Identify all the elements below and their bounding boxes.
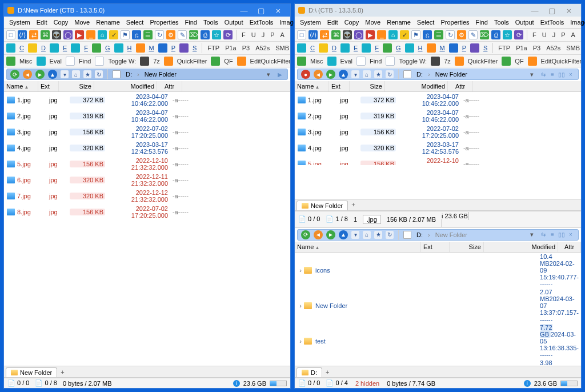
- location-a52s[interactable]: A52s: [254, 45, 271, 51]
- menu-move[interactable]: Move: [362, 18, 383, 27]
- col-modified[interactable]: Modified: [385, 81, 448, 91]
- tool-icon[interactable]: ✎: [178, 30, 187, 39]
- tool-icon[interactable]: □: [297, 30, 306, 39]
- tool-icon[interactable]: ⟳: [514, 30, 523, 39]
- menu-images[interactable]: Images: [567, 18, 585, 27]
- location-a52s[interactable]: A52s: [544, 45, 562, 51]
- file-row[interactable]: 6.jpgjpg320 KB2022-12-11 21:32:32.000-a-…: [4, 172, 290, 188]
- location-p1a[interactable]: P1a: [514, 45, 529, 51]
- tool-icon[interactable]: ↻: [155, 30, 164, 39]
- col-name[interactable]: Name: [295, 242, 421, 252]
- nav-ctx-icon[interactable]: ▾: [351, 70, 359, 78]
- filter-eval[interactable]: Eval: [339, 58, 354, 65]
- nav-home-icon[interactable]: ⌂: [363, 70, 371, 78]
- filter-icon[interactable]: [6, 57, 15, 66]
- tool-icon[interactable]: ◯: [354, 30, 363, 39]
- menu-edit[interactable]: Edit: [34, 18, 50, 27]
- tool-icon[interactable]: ◯: [63, 30, 73, 39]
- tool-icon[interactable]: ⎌: [423, 30, 432, 39]
- col-modified[interactable]: Modified: [94, 81, 157, 91]
- crumb-ghost[interactable]: New Folder: [435, 231, 467, 238]
- dir-row[interactable]: ›New Folder2.07 MB2024-03-07 13:37:07.15…: [295, 288, 581, 323]
- tool-icon[interactable]: ⇄: [29, 30, 38, 39]
- filter-icon[interactable]: [297, 57, 306, 66]
- filter-icon[interactable]: [37, 57, 46, 66]
- tool-icon[interactable]: ⎯: [377, 30, 386, 39]
- crumb-folder[interactable]: New Folder: [145, 71, 177, 78]
- location-ftp[interactable]: FTP: [496, 45, 512, 51]
- drive-icon[interactable]: [383, 43, 392, 53]
- menu-tools[interactable]: Tools: [491, 18, 512, 27]
- menu-system[interactable]: System: [6, 18, 33, 27]
- quick-letter[interactable]: V: [289, 31, 290, 38]
- tool-icon[interactable]: □: [6, 30, 15, 39]
- col-attr[interactable]: Attr: [157, 81, 182, 91]
- nav-fav-icon[interactable]: ★: [374, 70, 382, 78]
- nav-ctx-icon[interactable]: ▾: [351, 231, 359, 239]
- menu-exttools[interactable]: ExtTools: [247, 18, 277, 27]
- tool-icon[interactable]: ⚑: [121, 30, 130, 39]
- nav-history-icon[interactable]: ↻: [95, 70, 103, 78]
- drive-icon[interactable]: [50, 43, 59, 53]
- tool-icon[interactable]: ⎙: [491, 30, 500, 39]
- drive-letter[interactable]: H: [416, 45, 424, 51]
- nav-home-icon[interactable]: ⌂: [72, 70, 80, 78]
- filter-icon[interactable]: [431, 57, 440, 66]
- folder-tab[interactable]: New Folder: [6, 367, 57, 377]
- drive-letter[interactable]: C: [308, 45, 316, 51]
- tool-icon[interactable]: ⌘: [331, 30, 340, 39]
- add-tab-button[interactable]: +: [348, 200, 358, 209]
- address-bar[interactable]: ● ◄ ► ▲ ▾ ⌂ ★ ↻ D: › New Folder ▾ ⇆≡▯▯×: [297, 69, 579, 80]
- breadcrumb-dropdown-icon[interactable]: ▾: [530, 231, 534, 238]
- filter-misc[interactable]: Misc: [18, 58, 34, 65]
- menu-tools[interactable]: Tools: [201, 18, 221, 27]
- drive-icon[interactable]: [470, 43, 479, 53]
- filter-icon[interactable]: [356, 57, 366, 66]
- tool-icon[interactable]: ⚙: [166, 30, 175, 39]
- nav-up-icon[interactable]: ▲: [339, 230, 348, 239]
- tool-icon[interactable]: ⟨/⟩: [18, 30, 27, 39]
- tool-icon[interactable]: ⟳: [223, 30, 233, 39]
- menu-rename[interactable]: Rename: [384, 18, 414, 27]
- tool-icon[interactable]: ⎙: [201, 30, 210, 39]
- dualv-icon[interactable]: ▯▯: [558, 70, 566, 78]
- drive-icon[interactable]: [179, 43, 189, 53]
- col-modified[interactable]: Modified: [484, 242, 558, 252]
- nav-reload-icon[interactable]: ⟳: [301, 230, 310, 239]
- info-icon[interactable]: i: [233, 380, 240, 387]
- file-list[interactable]: 1.jpgjpg372 KB2023-04-07 10:46:22.000-a-…: [4, 92, 290, 366]
- file-row[interactable]: 4.jpgjpg320 KB2023-03-17 12:42:53.576-a-…: [4, 140, 290, 156]
- file-row[interactable]: 1.jpgjpg372 KB2023-04-07 10:46:22.000-a-…: [295, 92, 581, 108]
- col-size[interactable]: Size: [350, 81, 385, 91]
- tool-icon[interactable]: 👽: [52, 30, 61, 39]
- nav-back-icon[interactable]: ◄: [314, 70, 323, 79]
- menu-select[interactable]: Select: [414, 18, 438, 27]
- drive-letter[interactable]: F: [373, 45, 380, 51]
- filter-eval[interactable]: Eval: [48, 58, 63, 65]
- filter-icon[interactable]: [237, 57, 246, 66]
- drive-icon[interactable]: [340, 43, 350, 53]
- col-attr[interactable]: Attr: [558, 242, 581, 252]
- crumb-drive[interactable]: D:: [416, 231, 423, 238]
- tool-icon[interactable]: ✓: [400, 30, 409, 39]
- filter-icon[interactable]: [66, 57, 75, 66]
- add-tab-button[interactable]: +: [57, 367, 67, 377]
- location-smb[interactable]: SMB: [564, 45, 581, 51]
- drive-icon[interactable]: [28, 43, 37, 53]
- nav-back-icon[interactable]: ◄: [314, 230, 323, 239]
- file-row[interactable]: 2.jpgjpg319 KB2023-04-07 10:46:22.000-a-…: [295, 108, 581, 124]
- drive-icon[interactable]: [71, 43, 80, 53]
- drive-letter[interactable]: G: [394, 45, 403, 51]
- drive-icon[interactable]: [319, 43, 328, 53]
- file-row[interactable]: 3.jpgjpg156 KB2022-07-02 17:20:25.000-a-…: [4, 124, 290, 140]
- tool-icon[interactable]: ⌂: [98, 30, 107, 39]
- sync-icon[interactable]: ⇆: [539, 231, 547, 239]
- nav-fav-icon[interactable]: ★: [83, 70, 91, 78]
- tool-icon[interactable]: 👽: [343, 30, 352, 39]
- menu-system[interactable]: System: [297, 18, 324, 27]
- drive-icon[interactable]: [449, 43, 458, 53]
- minimize-button[interactable]: —: [526, 6, 543, 15]
- tool-icon[interactable]: ⌦: [189, 30, 198, 39]
- dualv-icon[interactable]: ▯▯: [558, 231, 566, 239]
- file-row[interactable]: 5.jpgjpg156 KB2022-12-10 21:32:32.000-a-…: [295, 156, 581, 165]
